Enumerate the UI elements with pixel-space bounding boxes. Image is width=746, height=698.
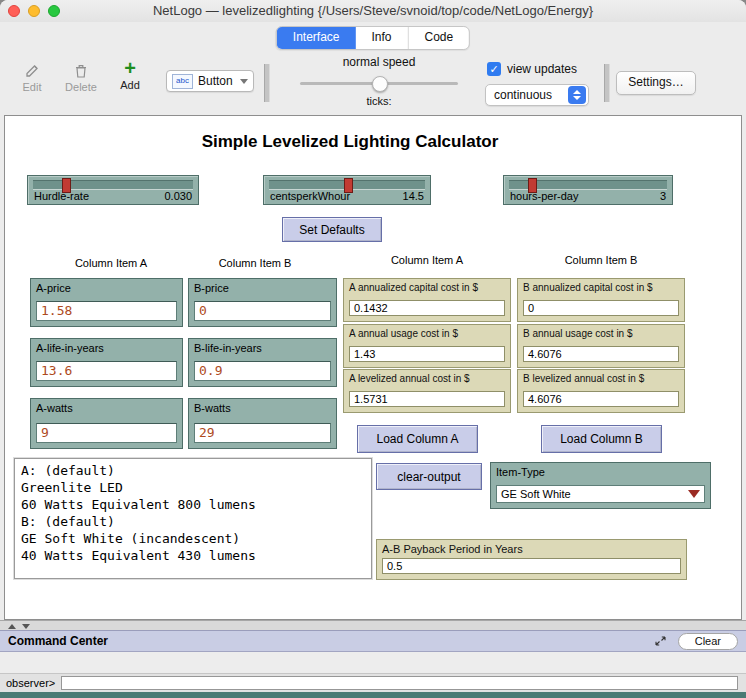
clear-output-button[interactable]: clear-output [376,463,482,490]
close-button[interactable] [8,5,20,17]
monitor-value: 0.1432 [349,300,505,316]
slider-track[interactable] [33,180,193,190]
monitor-label: B levelized annual cost in $ [518,370,684,384]
output-area: A: (default) Greenlite LED 60 Watts Equi… [14,458,372,579]
item-type-chooser[interactable]: Item-Type GE Soft White [490,462,711,509]
input-b-watts: B-watts 29 [188,398,337,449]
input-field[interactable]: 1.58 [36,301,177,321]
detach-icon[interactable] [654,635,668,647]
slider-hurdle-rate[interactable]: Hurdle-rate 0.030 [27,175,199,205]
collapse-down-icon[interactable] [22,624,30,629]
monitor-a-annual-usage-cost: A annual usage cost in $ 1.43 [343,324,511,368]
stepper-arrows-icon [568,86,586,104]
plus-icon: + [112,60,148,78]
tab-segmented-control: Interface Info Code [276,26,470,50]
input-b-price: B-price 0 [188,278,337,327]
chevron-down-icon [240,79,248,84]
pencil-icon [14,62,50,80]
slider-value: 3 [660,190,666,202]
monitor-label: A annualized capital cost in $ [344,279,510,293]
monitor-value: 4.6076 [523,391,679,407]
command-input[interactable] [61,676,738,690]
monitor-label: A levelized annual cost in $ [344,370,510,384]
monitor-b-levelized-annual-cost: B levelized annual cost in $ 4.6076 [517,369,685,413]
settings-button[interactable]: Settings… [616,71,696,95]
update-mode-dropdown[interactable]: continuous [485,84,589,106]
slider-track[interactable] [509,180,667,190]
tab-code[interactable]: Code [409,27,470,49]
input-label: A-life-in-years [31,339,182,354]
monitor-label: A-B Payback Period in Years [377,540,686,555]
delete-button[interactable]: Delete [58,62,104,93]
command-line-row: observer> [0,674,746,692]
collapse-up-icon[interactable] [8,624,16,629]
button-widget-icon: abc [172,74,193,89]
update-mode-value: continuous [494,88,552,102]
input-label: A-watts [31,399,182,414]
chooser-label: Item-Type [491,463,710,478]
tab-info[interactable]: Info [356,27,409,49]
output-text: A: (default) Greenlite LED 60 Watts Equi… [15,459,371,567]
monitor-b-annual-usage-cost: B annual usage cost in $ 4.6076 [517,324,685,368]
column-header-a-right: Column Item A [351,254,503,266]
slider-label: hours-per-day [510,190,578,202]
monitor-a-annualized-capital-cost: A annualized capital cost in $ 0.1432 [343,278,511,322]
input-label: B-life-in-years [189,339,336,354]
command-center-splitter[interactable] [0,620,746,630]
edit-label: Edit [23,81,42,93]
trash-icon [58,62,104,80]
input-field[interactable]: 13.6 [36,361,177,381]
speed-slider-track[interactable] [300,82,458,85]
column-header-b-left: Column Item B [185,257,325,269]
titlebar: NetLogo — levelizedlighting {/Users/Stev… [0,0,746,22]
input-field[interactable]: 0.9 [194,361,331,381]
tab-bar: Interface Info Code [0,26,746,50]
minimize-button[interactable] [28,5,40,17]
speed-slider-thumb[interactable] [372,76,388,92]
monitor-a-levelized-annual-cost: A levelized annual cost in $ 1.5731 [343,369,511,413]
input-a-price: A-price 1.58 [30,278,183,327]
load-column-a-button[interactable]: Load Column A [357,425,478,453]
chooser-selected-value[interactable]: GE Soft White [496,485,705,503]
add-button[interactable]: + Add [112,60,148,91]
set-defaults-button[interactable]: Set Defaults [282,217,382,242]
input-b-life-in-years: B-life-in-years 0.9 [188,338,337,387]
toolbar-separator [604,64,610,102]
view-updates-label: view updates [507,62,577,76]
column-header-a-left: Column Item A [31,257,191,269]
view-updates-checkbox[interactable]: ✓ [487,62,501,76]
ticks-label: ticks: [300,95,458,107]
input-field[interactable]: 9 [36,423,177,443]
interface-canvas: Simple Levelized Lighting Calculator Hur… [4,115,742,620]
delete-label: Delete [65,81,97,93]
observer-prompt: observer> [6,677,55,689]
slider-hours-per-day[interactable]: hours-per-day 3 [503,175,673,205]
check-icon: ✓ [489,63,498,75]
command-center-header: Command Center Clear [0,630,746,652]
monitor-value: 4.6076 [523,346,679,362]
add-label: Add [120,79,140,91]
slider-label: Hurdle-rate [34,190,89,202]
monitor-payback-period: A-B Payback Period in Years 0.5 [376,539,687,580]
slider-track[interactable] [269,180,425,190]
netlogo-window: NetLogo — levelizedlighting {/Users/Stev… [0,0,746,698]
input-field[interactable]: 0 [194,301,331,321]
widget-type-dropdown[interactable]: abc Button [166,70,254,92]
tab-interface[interactable]: Interface [277,27,356,49]
clear-button[interactable]: Clear [678,633,738,650]
edit-button[interactable]: Edit [14,62,50,93]
speed-label: normal speed [300,55,458,69]
monitor-label: B annual usage cost in $ [518,325,684,339]
monitor-label: B annualized capital cost in $ [518,279,684,293]
input-label: B-price [189,279,336,294]
model-title: Simple Levelized Lighting Calculator [5,132,695,152]
monitor-b-annualized-capital-cost: B annualized capital cost in $ 0 [517,278,685,322]
input-label: A-price [31,279,182,294]
load-column-b-button[interactable]: Load Column B [541,425,662,453]
input-field[interactable]: 29 [194,423,331,443]
zoom-button[interactable] [48,5,60,17]
slider-value: 0.030 [164,190,192,202]
slider-centsperkwhour[interactable]: centsperkWhour 14.5 [263,175,431,205]
command-center-title: Command Center [8,634,108,648]
column-header-b-right: Column Item B [525,254,677,266]
